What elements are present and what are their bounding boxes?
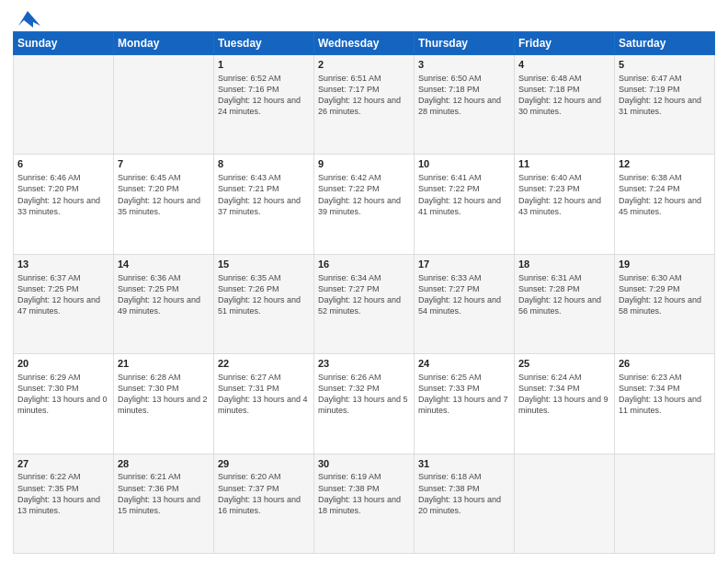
day-info: Sunrise: 6:20 AMSunset: 7:37 PMDaylight:… [218,471,310,516]
calendar-cell: 21Sunrise: 6:28 AMSunset: 7:30 PMDayligh… [114,354,214,454]
day-number: 28 [118,457,210,471]
calendar-cell: 3Sunrise: 6:50 AMSunset: 7:18 PMDaylight… [415,55,515,155]
day-number: 22 [218,357,310,371]
calendar-cell: 10Sunrise: 6:41 AMSunset: 7:22 PMDayligh… [415,155,515,254]
calendar-cell: 15Sunrise: 6:35 AMSunset: 7:26 PMDayligh… [214,254,314,353]
day-info: Sunrise: 6:31 AMSunset: 7:28 PMDaylight:… [518,272,610,317]
day-number: 15 [218,258,310,271]
weekday-header-wednesday: Wednesday [314,32,415,55]
day-number: 27 [17,457,109,471]
calendar-cell: 8Sunrise: 6:43 AMSunset: 7:21 PMDaylight… [214,155,314,254]
svg-marker-0 [18,11,40,28]
day-number: 20 [17,357,109,371]
day-info: Sunrise: 6:24 AMSunset: 7:34 PMDaylight:… [518,372,610,417]
day-info: Sunrise: 6:34 AMSunset: 7:27 PMDaylight:… [318,272,410,317]
day-info: Sunrise: 6:21 AMSunset: 7:36 PMDaylight:… [118,471,210,516]
day-info: Sunrise: 6:33 AMSunset: 7:27 PMDaylight:… [418,272,510,317]
day-info: Sunrise: 6:30 AMSunset: 7:29 PMDaylight:… [619,272,711,317]
calendar-cell: 19Sunrise: 6:30 AMSunset: 7:29 PMDayligh… [615,254,715,353]
calendar-cell: 13Sunrise: 6:37 AMSunset: 7:25 PMDayligh… [14,254,114,353]
day-info: Sunrise: 6:42 AMSunset: 7:22 PMDaylight:… [318,172,410,217]
calendar-cell: 22Sunrise: 6:27 AMSunset: 7:31 PMDayligh… [214,354,314,454]
calendar-cell: 4Sunrise: 6:48 AMSunset: 7:18 PMDaylight… [515,55,615,155]
day-info: Sunrise: 6:25 AMSunset: 7:33 PMDaylight:… [418,372,510,417]
calendar-cell: 30Sunrise: 6:19 AMSunset: 7:38 PMDayligh… [314,454,415,553]
day-number: 8 [218,157,310,171]
day-number: 29 [218,457,310,471]
calendar-cell: 18Sunrise: 6:31 AMSunset: 7:28 PMDayligh… [515,254,615,353]
calendar-cell: 9Sunrise: 6:42 AMSunset: 7:22 PMDaylight… [314,155,415,254]
calendar-week-row: 27Sunrise: 6:22 AMSunset: 7:35 PMDayligh… [14,454,715,553]
day-info: Sunrise: 6:35 AMSunset: 7:26 PMDaylight:… [218,272,310,317]
day-number: 6 [17,157,109,171]
day-info: Sunrise: 6:43 AMSunset: 7:21 PMDaylight:… [218,172,310,217]
day-number: 24 [418,357,510,371]
day-info: Sunrise: 6:18 AMSunset: 7:38 PMDaylight:… [418,471,510,516]
day-info: Sunrise: 6:52 AMSunset: 7:16 PMDaylight:… [218,73,310,118]
weekday-header-thursday: Thursday [415,32,515,55]
day-number: 25 [518,357,610,371]
calendar-cell: 6Sunrise: 6:46 AMSunset: 7:20 PMDaylight… [14,155,114,254]
day-info: Sunrise: 6:29 AMSunset: 7:30 PMDaylight:… [17,372,109,417]
day-number: 30 [318,457,410,471]
day-number: 18 [518,258,610,271]
day-info: Sunrise: 6:22 AMSunset: 7:35 PMDaylight:… [17,471,109,516]
day-info: Sunrise: 6:50 AMSunset: 7:18 PMDaylight:… [418,73,510,118]
day-info: Sunrise: 6:28 AMSunset: 7:30 PMDaylight:… [118,372,210,417]
calendar-cell: 31Sunrise: 6:18 AMSunset: 7:38 PMDayligh… [415,454,515,553]
calendar-cell: 11Sunrise: 6:40 AMSunset: 7:23 PMDayligh… [515,155,615,254]
weekday-header-friday: Friday [515,32,615,55]
day-number: 26 [619,357,711,371]
day-number: 13 [17,258,109,271]
calendar-week-row: 20Sunrise: 6:29 AMSunset: 7:30 PMDayligh… [14,354,715,454]
day-number: 17 [418,258,510,271]
day-number: 19 [619,258,711,271]
weekday-header-monday: Monday [114,32,214,55]
day-info: Sunrise: 6:40 AMSunset: 7:23 PMDaylight:… [518,172,610,217]
day-number: 31 [418,457,510,471]
day-number: 9 [318,157,410,171]
day-number: 10 [418,157,510,171]
calendar-cell: 27Sunrise: 6:22 AMSunset: 7:35 PMDayligh… [14,454,114,553]
day-info: Sunrise: 6:27 AMSunset: 7:31 PMDaylight:… [218,372,310,417]
day-number: 12 [619,157,711,171]
day-number: 2 [318,58,410,72]
day-info: Sunrise: 6:45 AMSunset: 7:20 PMDaylight:… [118,172,210,217]
calendar-cell: 28Sunrise: 6:21 AMSunset: 7:36 PMDayligh… [114,454,214,553]
calendar-cell [114,55,214,155]
day-info: Sunrise: 6:19 AMSunset: 7:38 PMDaylight:… [318,471,410,516]
calendar-week-row: 13Sunrise: 6:37 AMSunset: 7:25 PMDayligh… [14,254,715,353]
day-info: Sunrise: 6:48 AMSunset: 7:18 PMDaylight:… [518,73,610,118]
calendar-cell: 24Sunrise: 6:25 AMSunset: 7:33 PMDayligh… [415,354,515,454]
calendar-cell: 26Sunrise: 6:23 AMSunset: 7:34 PMDayligh… [615,354,715,454]
calendar-cell: 5Sunrise: 6:47 AMSunset: 7:19 PMDaylight… [615,55,715,155]
calendar-cell [615,454,715,553]
weekday-header-sunday: Sunday [14,32,114,55]
calendar-cell: 1Sunrise: 6:52 AMSunset: 7:16 PMDaylight… [214,55,314,155]
calendar-cell [515,454,615,553]
weekday-header-row: SundayMondayTuesdayWednesdayThursdayFrid… [14,32,715,55]
day-number: 7 [118,157,210,171]
calendar-table: SundayMondayTuesdayWednesdayThursdayFrid… [13,31,715,554]
day-info: Sunrise: 6:51 AMSunset: 7:17 PMDaylight:… [318,73,410,118]
calendar-cell: 7Sunrise: 6:45 AMSunset: 7:20 PMDaylight… [114,155,214,254]
calendar-cell: 29Sunrise: 6:20 AMSunset: 7:37 PMDayligh… [214,454,314,553]
calendar-cell: 16Sunrise: 6:34 AMSunset: 7:27 PMDayligh… [314,254,415,353]
day-info: Sunrise: 6:46 AMSunset: 7:20 PMDaylight:… [17,172,109,217]
calendar-cell: 20Sunrise: 6:29 AMSunset: 7:30 PMDayligh… [14,354,114,454]
day-info: Sunrise: 6:26 AMSunset: 7:32 PMDaylight:… [318,372,410,417]
weekday-header-saturday: Saturday [615,32,715,55]
calendar-cell: 2Sunrise: 6:51 AMSunset: 7:17 PMDaylight… [314,55,415,155]
day-number: 16 [318,258,410,271]
day-number: 3 [418,58,510,72]
calendar-week-row: 1Sunrise: 6:52 AMSunset: 7:16 PMDaylight… [14,55,715,155]
day-number: 23 [318,357,410,371]
header [13,9,715,26]
day-info: Sunrise: 6:36 AMSunset: 7:25 PMDaylight:… [118,272,210,317]
day-info: Sunrise: 6:47 AMSunset: 7:19 PMDaylight:… [619,73,711,118]
day-number: 11 [518,157,610,171]
calendar-cell: 14Sunrise: 6:36 AMSunset: 7:25 PMDayligh… [114,254,214,353]
day-info: Sunrise: 6:37 AMSunset: 7:25 PMDaylight:… [17,272,109,317]
day-info: Sunrise: 6:41 AMSunset: 7:22 PMDaylight:… [418,172,510,217]
calendar-week-row: 6Sunrise: 6:46 AMSunset: 7:20 PMDaylight… [14,155,715,254]
